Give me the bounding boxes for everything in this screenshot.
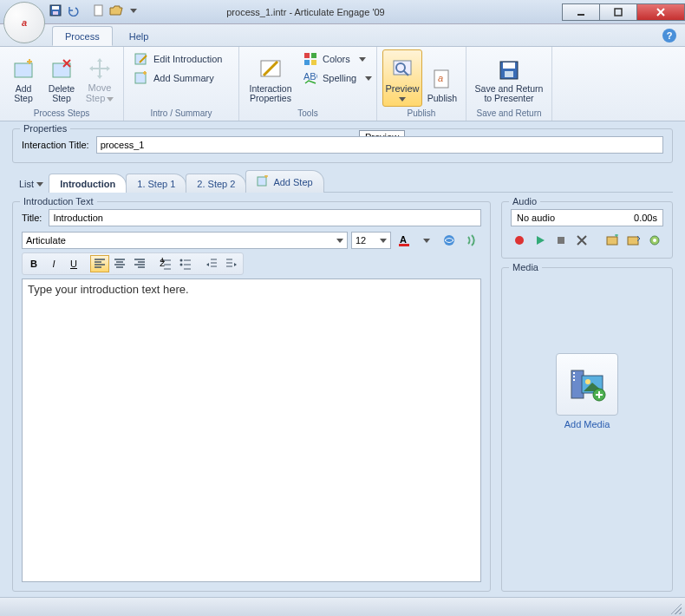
add-step-button[interactable]: Add Step <box>5 49 42 107</box>
properties-legend: Properties <box>20 123 70 134</box>
svg-rect-2 <box>53 11 58 15</box>
intro-text-editor[interactable]: Type your introduction text here. <box>22 279 481 582</box>
colors-button[interactable]: Colors <box>298 49 371 69</box>
qat-separator <box>83 3 88 17</box>
group-process-steps: Process Steps <box>5 107 118 121</box>
status-bar <box>0 597 685 616</box>
tab-process[interactable]: Process <box>52 26 113 46</box>
edit-introduction-button[interactable]: Edit Introduction <box>129 49 233 69</box>
svg-rect-14 <box>311 60 316 65</box>
svg-rect-40 <box>573 376 575 377</box>
audio-legend: Audio <box>509 196 540 206</box>
svg-rect-35 <box>628 237 638 245</box>
delete-step-icon <box>48 56 75 84</box>
edit-intro-icon <box>134 52 148 66</box>
tab-help[interactable]: Help <box>116 26 162 46</box>
import-audio-button[interactable] <box>604 232 622 249</box>
font-color-button[interactable]: A <box>395 232 414 249</box>
add-step-icon <box>10 56 37 84</box>
svg-rect-5 <box>615 9 622 16</box>
svg-rect-33 <box>558 237 564 244</box>
titlebar: a process_1.intr - Articulate Engage '09 <box>0 0 685 24</box>
app-orb[interactable]: a <box>3 2 45 43</box>
audio-settings-button[interactable] <box>646 232 663 249</box>
svg-point-37 <box>653 239 656 242</box>
svg-rect-12 <box>311 53 316 58</box>
delete-audio-button[interactable] <box>573 232 590 249</box>
maximize-button[interactable] <box>599 3 637 21</box>
align-left-button[interactable] <box>90 255 109 272</box>
tab-step-2[interactable]: 2. Step 2 <box>186 174 246 193</box>
tab-introduction[interactable]: Introduction <box>49 174 127 193</box>
svg-rect-3 <box>95 5 102 16</box>
ribbon: Add Step Delete Step Move Step Process S… <box>0 47 685 121</box>
svg-text:2: 2 <box>160 258 165 268</box>
svg-rect-34 <box>607 237 617 245</box>
export-audio-button[interactable] <box>625 232 643 249</box>
svg-point-31 <box>180 264 183 266</box>
group-save-return: Save and Return <box>472 107 546 121</box>
outdent-button[interactable] <box>202 255 221 272</box>
close-button[interactable] <box>636 3 685 21</box>
tab-step-1[interactable]: 1. Step 1 <box>126 174 186 193</box>
audio-button[interactable] <box>462 232 481 249</box>
italic-button[interactable]: I <box>44 255 63 272</box>
new-icon[interactable] <box>92 3 106 17</box>
font-select[interactable]: Articulate <box>22 232 348 249</box>
svg-rect-24 <box>258 177 266 186</box>
underline-button[interactable]: U <box>64 255 83 272</box>
introduction-text-panel: Introduction Text Title: Articulate 12 A <box>12 201 491 592</box>
save-return-button[interactable]: Save and Return to Presenter <box>472 49 546 107</box>
intro-title-input[interactable] <box>49 209 481 226</box>
indent-button[interactable] <box>222 255 241 272</box>
interaction-title-input[interactable] <box>96 136 663 154</box>
align-center-button[interactable] <box>110 255 129 272</box>
audio-status: No audio <box>517 213 555 223</box>
add-media-button[interactable] <box>556 353 618 416</box>
publish-icon: a <box>428 66 456 94</box>
quick-access-toolbar <box>49 3 140 17</box>
svg-rect-39 <box>573 372 575 374</box>
hyperlink-button[interactable] <box>440 232 459 249</box>
spelling-button[interactable]: ABCSpelling <box>298 69 371 88</box>
svg-point-32 <box>515 236 524 245</box>
preview-button[interactable]: Preview <box>382 49 422 107</box>
record-button[interactable] <box>511 232 528 249</box>
font-color-dropdown[interactable] <box>417 232 436 249</box>
minimize-button[interactable] <box>562 3 600 21</box>
svg-rect-13 <box>304 60 310 65</box>
preview-icon <box>388 56 416 83</box>
add-summary-button[interactable]: Add Summary <box>129 69 233 88</box>
interaction-properties-button[interactable]: Interaction Properties <box>245 49 297 107</box>
stop-button[interactable] <box>552 232 570 249</box>
open-icon[interactable] <box>109 3 123 17</box>
svg-text:a: a <box>438 73 443 83</box>
play-button[interactable] <box>532 232 549 249</box>
help-icon[interactable]: ? <box>662 29 676 43</box>
audio-panel: Audio No audio 0.00s <box>501 201 673 259</box>
bullet-list-button[interactable] <box>176 255 195 272</box>
resize-grip[interactable] <box>668 600 682 614</box>
add-media-label[interactable]: Add Media <box>556 419 618 429</box>
bold-button[interactable]: B <box>24 255 43 272</box>
move-step-button: Move Step <box>82 49 118 107</box>
qat-dropdown-icon[interactable] <box>127 3 140 17</box>
svg-point-43 <box>585 379 590 384</box>
publish-button[interactable]: a Publish <box>424 49 460 107</box>
numbered-list-button[interactable]: 12 <box>156 255 175 272</box>
intro-title-label: Title: <box>22 213 42 223</box>
save-icon[interactable] <box>49 3 62 17</box>
list-dropdown-button[interactable]: List <box>12 175 49 193</box>
colors-icon <box>303 52 317 66</box>
add-summary-icon <box>134 71 148 85</box>
font-size-select[interactable]: 12 <box>351 232 391 249</box>
undo-icon[interactable] <box>66 3 80 17</box>
spelling-icon: ABC <box>303 71 317 85</box>
intro-legend: Introduction Text <box>20 196 97 206</box>
media-legend: Media <box>509 262 542 272</box>
tab-add-step[interactable]: Add Step <box>245 170 323 193</box>
svg-text:A: A <box>400 234 407 245</box>
align-right-button[interactable] <box>130 255 149 272</box>
svg-rect-23 <box>505 71 513 77</box>
delete-step-button[interactable]: Delete Step <box>43 49 80 107</box>
